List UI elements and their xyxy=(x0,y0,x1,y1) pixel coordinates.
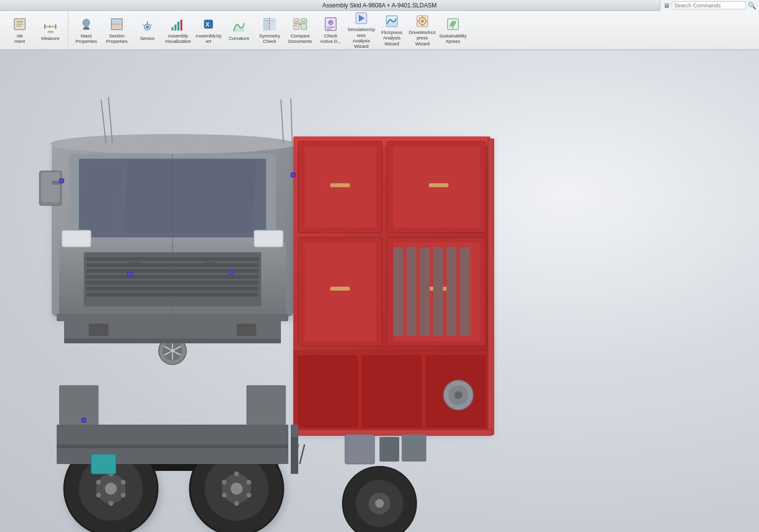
svg-text:✓: ✓ xyxy=(329,21,333,26)
svg-point-9 xyxy=(83,19,90,26)
svg-rect-1 xyxy=(16,21,23,23)
check-active-label: CheckActive D... xyxy=(320,33,341,44)
svg-rect-152 xyxy=(380,437,399,462)
compare-documents-button[interactable]: CompareDocuments xyxy=(285,12,315,48)
svg-rect-137 xyxy=(420,247,430,336)
symmetry-check-button[interactable]: SymmetryCheck xyxy=(255,12,284,48)
svg-rect-2 xyxy=(16,24,23,25)
simulation-xpress-button[interactable]: SimulationXpressAnalysis Wizard xyxy=(346,12,376,48)
assembly-visualization-icon xyxy=(170,16,186,32)
measure-button[interactable]: mm Measure xyxy=(35,12,65,48)
sensor-icon xyxy=(139,19,155,34)
svg-rect-143 xyxy=(362,356,421,427)
truck-viewport xyxy=(25,90,498,532)
svg-point-17 xyxy=(146,26,149,29)
svg-text:mm: mm xyxy=(48,30,54,33)
driveWorks-button[interactable]: DriveWorksXpressWizard xyxy=(408,12,437,48)
section-properties-label: SectionProperties xyxy=(106,33,127,44)
svg-rect-88 xyxy=(57,314,288,321)
toolbar: olement mm Measure xyxy=(0,11,759,50)
floXpress-button[interactable]: FloXpressAnalysisWizard xyxy=(377,12,407,48)
search-icon: 🖥 xyxy=(663,2,670,9)
svg-rect-125 xyxy=(330,183,350,187)
assembly-xpert-label: AssemblyXpert xyxy=(195,33,222,44)
sensor-label: Sensor xyxy=(140,35,155,41)
svg-rect-111 xyxy=(59,385,99,425)
svg-rect-151 xyxy=(345,434,375,464)
assembly-visualization-button[interactable]: AssemblyVisualization xyxy=(163,12,193,48)
svg-rect-22 xyxy=(174,25,176,31)
measure-label: Measure xyxy=(41,35,60,41)
check-active-button[interactable]: ✓ CheckActive D... xyxy=(316,12,345,48)
svg-rect-50 xyxy=(422,16,423,18)
svg-point-95 xyxy=(121,493,126,498)
assembly-marker-2 xyxy=(59,178,64,183)
assembly-xpert-icon: X xyxy=(201,16,216,32)
svg-rect-135 xyxy=(393,247,403,336)
svg-line-161 xyxy=(300,444,305,464)
svg-rect-24 xyxy=(180,20,182,31)
search-input[interactable] xyxy=(672,1,746,9)
sustainability-button[interactable]: SustainabilityXpress xyxy=(438,12,468,48)
curvature-icon xyxy=(231,19,247,34)
svg-point-103 xyxy=(234,471,239,476)
svg-rect-4 xyxy=(44,26,57,28)
compare-documents-icon xyxy=(292,16,308,32)
svg-rect-75 xyxy=(89,324,108,336)
svg-marker-14 xyxy=(111,19,122,24)
svg-rect-140 xyxy=(460,247,470,336)
svg-rect-158 xyxy=(291,434,298,474)
ole-icon xyxy=(12,16,28,32)
svg-rect-110 xyxy=(57,444,288,448)
search-area[interactable]: 🖥 🔍 xyxy=(660,0,759,11)
svg-rect-81 xyxy=(255,232,282,246)
svg-rect-149 xyxy=(488,139,494,434)
mass-properties-label: MassProperties xyxy=(75,33,97,44)
svg-rect-157 xyxy=(91,454,116,474)
svg-rect-28 xyxy=(263,18,269,31)
svg-rect-159 xyxy=(291,425,298,437)
svg-rect-150 xyxy=(295,430,492,435)
svg-rect-3 xyxy=(16,26,21,27)
ole-label: olement xyxy=(14,33,25,44)
viewport[interactable] xyxy=(0,50,759,532)
driveWorks-icon xyxy=(414,14,430,29)
check-active-icon: ✓ xyxy=(323,16,339,32)
svg-rect-21 xyxy=(172,28,173,31)
floXpress-icon xyxy=(384,14,400,29)
svg-point-104 xyxy=(246,480,251,485)
svg-point-49 xyxy=(421,20,424,23)
svg-point-102 xyxy=(231,483,242,495)
svg-rect-112 xyxy=(246,385,286,425)
assembly-marker-5 xyxy=(81,418,86,423)
svg-line-116 xyxy=(291,99,292,143)
driveWorks-label: DriveWorksXpressWizard xyxy=(409,30,436,46)
curvature-label: Curvature xyxy=(229,35,249,41)
svg-rect-33 xyxy=(301,19,307,30)
mass-properties-button[interactable]: MassProperties xyxy=(71,12,101,48)
ole-button[interactable]: olement xyxy=(5,12,34,48)
svg-rect-74 xyxy=(64,338,281,343)
svg-point-98 xyxy=(96,480,101,485)
search-magnify-icon[interactable]: 🔍 xyxy=(748,1,756,9)
curvature-button[interactable]: Curvature xyxy=(224,12,254,48)
svg-rect-53 xyxy=(425,21,427,22)
svg-point-92 xyxy=(105,483,117,495)
svg-rect-86 xyxy=(128,262,140,266)
svg-point-96 xyxy=(108,501,113,506)
symmetry-check-label: SymmetryCheck xyxy=(259,33,280,44)
svg-rect-130 xyxy=(305,242,376,341)
svg-rect-128 xyxy=(429,183,448,187)
simulation-xpress-label: SimulationXpressAnalysis Wizard xyxy=(347,27,375,49)
svg-rect-11 xyxy=(83,29,90,30)
assembly-visualization-label: AssemblyVisualization xyxy=(165,33,191,44)
svg-rect-136 xyxy=(407,247,416,336)
svg-rect-87 xyxy=(205,262,217,266)
section-properties-button[interactable]: SectionProperties xyxy=(102,12,132,48)
sensor-button[interactable]: Sensor xyxy=(133,12,162,48)
svg-point-94 xyxy=(121,480,126,485)
svg-point-156 xyxy=(454,391,462,399)
svg-marker-15 xyxy=(111,24,122,30)
assembly-xpert-button[interactable]: X AssemblyXpert xyxy=(194,12,223,48)
svg-point-108 xyxy=(222,480,227,485)
